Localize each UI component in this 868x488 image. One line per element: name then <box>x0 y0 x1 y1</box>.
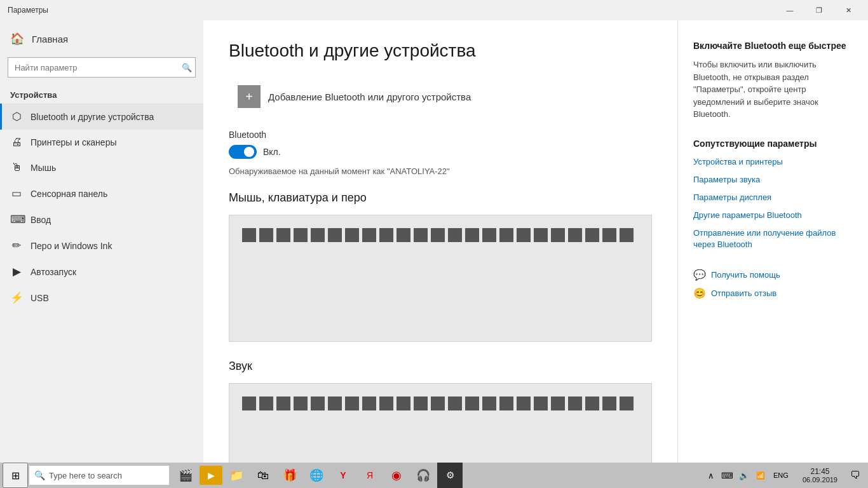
bluetooth-toggle-row: Вкл. <box>229 145 652 159</box>
taskbar-icon-app1[interactable]: ◉ <box>384 463 409 488</box>
sound-device-squares <box>234 389 646 418</box>
related-link-sound[interactable]: Параметры звука <box>693 174 853 186</box>
search-button[interactable]: 🔍 <box>182 63 192 72</box>
device-square <box>276 228 290 242</box>
device-squares <box>234 220 646 250</box>
tray-volume[interactable]: 🔊 <box>736 463 752 488</box>
tray-expand[interactable]: ∧ <box>703 463 719 488</box>
sidebar-item-label: Сенсорная панель <box>31 189 107 199</box>
add-device-button[interactable]: + Добавление Bluetooth или другого устро… <box>229 79 480 114</box>
related-link-bluetooth[interactable]: Другие параметры Bluetooth <box>693 210 853 221</box>
input-icon: ⌨ <box>10 213 23 226</box>
sidebar-item-autorun[interactable]: ▶ Автозапуск <box>0 259 203 285</box>
device-square <box>620 396 634 410</box>
taskbar-icon-chrome[interactable]: 🌐 <box>304 463 329 488</box>
device-square <box>242 228 256 242</box>
sidebar-item-input[interactable]: ⌨ Ввод <box>0 207 203 233</box>
feedback-link[interactable]: Отправить отзыв <box>711 288 776 298</box>
window-body: 🏠 Главная 🔍 Устройства ⬡ Bluetooth и дру… <box>0 20 868 463</box>
titlebar: Параметры — ❐ ✕ <box>0 0 868 20</box>
sidebar-item-usb[interactable]: ⚡ USB <box>0 285 203 311</box>
sidebar: 🏠 Главная 🔍 Устройства ⬡ Bluetooth и дру… <box>0 20 203 463</box>
device-square <box>379 228 393 242</box>
device-square <box>431 396 445 410</box>
plus-icon: + <box>238 85 261 108</box>
bluetooth-section-label: Bluetooth <box>229 130 652 140</box>
device-square <box>499 228 513 242</box>
taskbar-icon-yandex[interactable]: Y <box>330 463 356 488</box>
add-device-label: Добавление Bluetooth или другого устройс… <box>268 92 471 102</box>
sidebar-item-mouse[interactable]: 🖱 Мышь <box>0 155 203 180</box>
mouse-section-title: Мышь, клавиатура и перо <box>229 191 652 205</box>
related-link-transfer[interactable]: Отправление или получение файлов через B… <box>693 227 853 250</box>
taskbar-icon-yandex2[interactable]: Я <box>357 463 383 488</box>
related-link-devices[interactable]: Устройства и принтеры <box>693 156 853 168</box>
sidebar-item-label: Ввод <box>31 215 51 225</box>
feedback-icon: 😊 <box>693 287 706 299</box>
search-input[interactable] <box>8 57 196 78</box>
taskbar-search-text: Type here to search <box>49 471 122 480</box>
bluetooth-toggle[interactable] <box>229 145 257 159</box>
clock[interactable]: 21:45 06.09.2019 <box>797 463 843 488</box>
toggle-state-label: Вкл. <box>263 147 281 157</box>
system-tray: ∧ ⌨ 🔊 📶 ENG <box>701 463 795 488</box>
sidebar-section-header: Устройства <box>0 83 203 104</box>
minimize-button[interactable]: — <box>775 0 804 20</box>
tray-network[interactable]: 📶 <box>753 463 768 488</box>
main-content: Bluetooth и другие устройства + Добавлен… <box>203 20 677 463</box>
autorun-icon: ▶ <box>10 265 23 278</box>
notification-button[interactable]: 🗨 <box>845 463 865 488</box>
related-link-display[interactable]: Параметры дисплея <box>693 192 853 203</box>
tray-keyboard[interactable]: ⌨ <box>720 463 735 488</box>
sidebar-item-touchpad[interactable]: ▭ Сенсорная панель <box>0 180 203 207</box>
related-title: Сопутствующие параметры <box>693 139 853 149</box>
pen-icon: ✏ <box>10 239 23 252</box>
device-square <box>551 228 565 242</box>
device-square <box>551 396 565 410</box>
sidebar-item-label: Автозапуск <box>31 267 76 277</box>
device-square <box>585 228 599 242</box>
sidebar-item-label: Перо и Windows Ink <box>31 241 112 251</box>
sidebar-item-printers[interactable]: 🖨 Принтеры и сканеры <box>0 130 203 155</box>
close-button[interactable]: ✕ <box>834 0 863 20</box>
home-icon: 🏠 <box>10 32 24 46</box>
device-square <box>294 228 308 242</box>
help-row-1[interactable]: 💬 Получить помощь <box>693 269 853 281</box>
device-square <box>345 228 359 242</box>
usb-icon: ⚡ <box>10 291 23 304</box>
page-title: Bluetooth и другие устройства <box>229 41 652 61</box>
device-square <box>517 396 531 410</box>
taskbar-search[interactable]: 🔍 Type here to search <box>29 466 169 485</box>
sidebar-item-pen[interactable]: ✏ Перо и Windows Ink <box>0 233 203 259</box>
sound-section-title: Звук <box>229 360 652 373</box>
sidebar-item-home[interactable]: 🏠 Главная <box>0 25 203 52</box>
taskbar-icon-store[interactable]: 🛍 <box>250 463 276 488</box>
device-square <box>362 228 376 242</box>
sidebar-item-label: Принтеры и сканеры <box>31 137 116 147</box>
device-square <box>414 396 428 410</box>
sidebar-home-label: Главная <box>32 34 68 44</box>
taskbar-icon-explorer[interactable]: 📁 <box>224 463 249 488</box>
search-container: 🔍 <box>8 57 196 78</box>
maximize-button[interactable]: ❐ <box>804 0 834 20</box>
start-button[interactable]: ⊞ <box>3 463 28 488</box>
taskbar-search-icon: 🔍 <box>34 470 45 480</box>
taskbar-icon-headphone[interactable]: 🎧 <box>410 463 436 488</box>
sidebar-item-bluetooth[interactable]: ⬡ Bluetooth и другие устройства <box>0 104 203 130</box>
window-title: Параметры <box>8 6 48 15</box>
sidebar-item-label: Bluetooth и другие устройства <box>31 112 154 122</box>
taskbar-icon-play[interactable]: ▶ <box>200 466 222 485</box>
mouse-icon: 🖱 <box>10 161 23 174</box>
tray-lang[interactable]: ENG <box>770 463 792 488</box>
help-row-2[interactable]: 😊 Отправить отзыв <box>693 287 853 299</box>
device-square <box>448 228 462 242</box>
taskbar-icon-gift[interactable]: 🎁 <box>277 463 302 488</box>
taskbar-icon-media[interactable]: 🎬 <box>173 463 198 488</box>
device-square <box>482 396 496 410</box>
bluetooth-icon: ⬡ <box>10 110 23 123</box>
device-square <box>534 396 548 410</box>
help-icon: 💬 <box>693 269 706 281</box>
taskbar-icon-settings[interactable]: ⚙ <box>437 463 463 488</box>
help-link[interactable]: Получить помощь <box>711 270 780 280</box>
device-square <box>534 228 548 242</box>
